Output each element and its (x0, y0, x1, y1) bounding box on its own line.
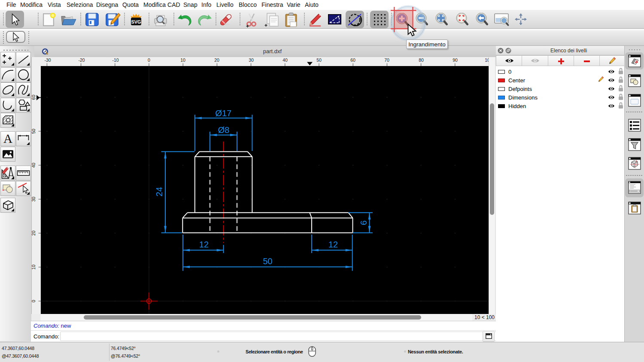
svg-text:Ø17: Ø17 (216, 109, 232, 118)
svg-text:-10: -10 (112, 57, 118, 63)
svg-text:20: 20 (214, 57, 219, 63)
svg-text:30: 30 (249, 57, 254, 63)
svg-text:30: 30 (32, 196, 36, 202)
svg-text:-20: -20 (78, 57, 85, 63)
svg-text:10: 10 (180, 57, 185, 63)
svg-text:90: 90 (453, 57, 458, 63)
svg-text:40: 40 (32, 163, 36, 168)
svg-text:20: 20 (32, 231, 36, 236)
svg-text:40: 40 (283, 57, 288, 63)
svg-text:10: 10 (485, 57, 489, 63)
svg-text:6: 6 (359, 220, 368, 225)
svg-text:50: 50 (263, 256, 272, 266)
svg-text:80: 80 (419, 57, 424, 63)
svg-text:12: 12 (328, 240, 338, 249)
svg-text:A: A (3, 132, 12, 145)
svg-text:70: 70 (384, 57, 389, 63)
svg-text:50: 50 (32, 129, 36, 134)
svg-text:60: 60 (32, 95, 36, 100)
svg-text:Ø8: Ø8 (218, 125, 230, 135)
svg-text:0: 0 (32, 300, 36, 302)
svg-text:60: 60 (350, 57, 355, 63)
svg-text:12: 12 (199, 240, 209, 249)
svg-text:SVG: SVG (131, 19, 141, 24)
svg-text:-30: -30 (44, 57, 51, 63)
svg-text:50: 50 (316, 57, 322, 63)
svg-text:10: 10 (32, 265, 36, 270)
svg-text:24: 24 (155, 187, 164, 196)
svg-text:0: 0 (148, 57, 150, 63)
